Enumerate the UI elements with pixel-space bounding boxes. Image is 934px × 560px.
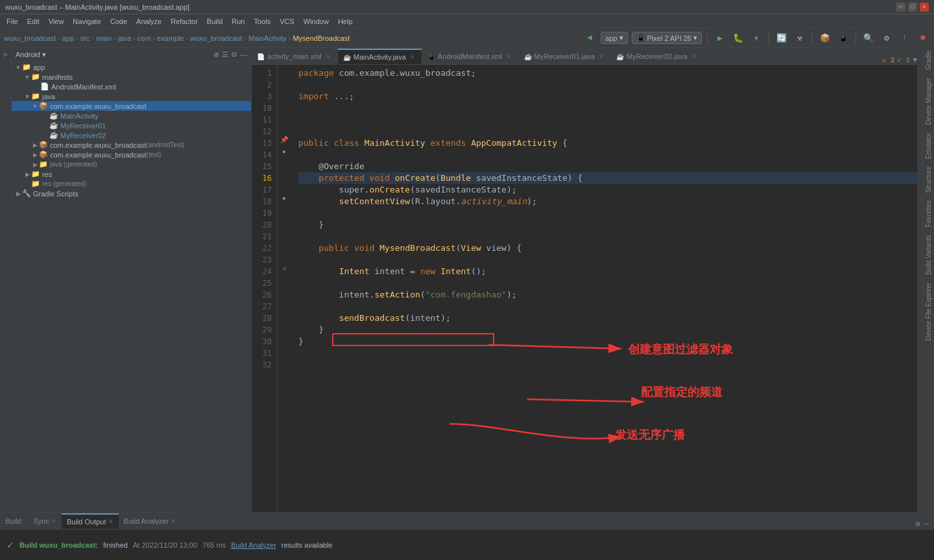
build-analyzer-link[interactable]: Build Analyzer	[231, 541, 276, 549]
close-tab-mainactivity[interactable]: ✕	[410, 54, 415, 60]
tree-test-package[interactable]: ▶ 📦 com.example.wuxu_broadcast (test)	[12, 150, 251, 159]
tab-myreceiver01-java[interactable]: ☕ MyReceiver01.java ✕	[519, 49, 612, 64]
tree-androidmanifest[interactable]: 📄 AndroidManifest.xml	[12, 82, 251, 91]
breadcrumb-part-10[interactable]: MysendBroadcast	[293, 34, 350, 42]
stop-button[interactable]: ■	[916, 31, 930, 45]
tree-res-generated[interactable]: 📁 res (generated)	[12, 179, 251, 189]
bottom-tab-build-output[interactable]: Build Output ✕	[62, 513, 119, 529]
bottom-tab-sync[interactable]: Sync ✕	[29, 513, 62, 529]
close-tab-activity-main[interactable]: ✕	[326, 53, 331, 60]
close-tab-androidmanifest[interactable]: ✕	[507, 53, 512, 60]
right-panel-build-variants[interactable]: Build Variants	[925, 235, 932, 275]
code-content[interactable]: package com.example.wuxu_broadcast; impo…	[291, 65, 917, 512]
sync-button[interactable]: 🔄	[774, 31, 789, 45]
project-header-settings-icon[interactable]: ⚙	[231, 51, 237, 59]
breadcrumb-part-8[interactable]: wuxu_broadcast	[190, 34, 242, 42]
maximize-button[interactable]: □	[908, 3, 917, 12]
sdk-manager-button[interactable]: 📦	[818, 31, 832, 45]
run-button[interactable]: ▶	[713, 31, 727, 45]
close-build-analyzer-tab[interactable]: ✕	[171, 518, 176, 524]
window-title: wuxu_broadcast – MainActivity.java [wuxu…	[5, 3, 189, 11]
close-sync-tab[interactable]: ✕	[51, 518, 56, 524]
close-button[interactable]: ✕	[920, 3, 929, 12]
close-build-output-tab[interactable]: ✕	[108, 519, 114, 525]
menu-run[interactable]: Run	[228, 16, 248, 27]
settings-button[interactable]: ⚙	[880, 31, 894, 45]
breadcrumb-part-4[interactable]: main	[96, 34, 112, 42]
bottom-tab-build-analyzer[interactable]: Build Analyzer ✕	[119, 513, 182, 529]
project-header-add-icon[interactable]: ⊕	[213, 51, 219, 59]
project-icon[interactable]: P	[1, 51, 11, 61]
device-selector[interactable]: 📱 Pixel 2 API 26 ▾	[632, 32, 702, 44]
close-tab-myreceiver01[interactable]: ✕	[599, 53, 604, 60]
toolbar-sep-2	[769, 32, 769, 44]
bottom-tab-build-label[interactable]: Build:	[0, 513, 29, 529]
breadcrumb-part-2[interactable]: app	[62, 34, 74, 42]
tab-androidmanifest-xml[interactable]: 📱 AndroidManifest.xml ✕	[422, 49, 519, 64]
menu-file[interactable]: File	[3, 16, 22, 27]
breadcrumb-part-7[interactable]: example	[157, 34, 184, 42]
editor-tab-bar: 📄 activity_main.xml ✕ ☕ MainActivity.jav…	[252, 48, 922, 65]
debug-button[interactable]: 🐛	[731, 31, 745, 45]
editor-scrollbar[interactable]	[917, 65, 922, 512]
back-button[interactable]: ◄	[582, 31, 597, 45]
menu-navigate[interactable]: Navigate	[69, 16, 104, 27]
menu-build[interactable]: Build	[203, 16, 226, 27]
tree-res[interactable]: ▶ 📁 res	[12, 169, 251, 179]
tree-java-generated[interactable]: ▶ 📁 java (generated)	[12, 159, 251, 169]
breadcrumb-part-3[interactable]: src	[80, 34, 90, 42]
tree-java-folder[interactable]: ▼ 📁 java	[12, 91, 251, 101]
project-header-list-icon[interactable]: ☰	[222, 51, 228, 59]
run-config-selector[interactable]: app ▾	[601, 32, 627, 44]
avd-manager-button[interactable]: 📱	[836, 31, 850, 45]
menu-help[interactable]: Help	[334, 16, 357, 27]
bottom-panel-minimize-icon[interactable]: —	[924, 520, 929, 529]
right-panel-device-file-explorer[interactable]: Device File Explorer	[925, 283, 932, 340]
menu-window[interactable]: Window	[300, 16, 333, 27]
breadcrumb-part-9[interactable]: MainActivity	[248, 34, 287, 42]
breadcrumb-part-5[interactable]: java	[118, 34, 131, 42]
tree-myreceiver02[interactable]: ☕ MyReceiver02	[12, 130, 251, 140]
breadcrumb-part-6[interactable]: com	[138, 34, 151, 42]
update-button[interactable]: ↑	[898, 31, 912, 45]
tree-gradle-scripts[interactable]: ▶ 🔧 Gradle Scripts	[12, 189, 251, 198]
search-button[interactable]: 🔍	[861, 31, 876, 45]
toolbar-sep-3	[812, 32, 813, 44]
right-panel-gradle[interactable]: Gradle	[925, 51, 932, 70]
tab-activity-main-xml[interactable]: 📄 activity_main.xml ✕	[252, 49, 338, 64]
android-dropdown[interactable]: Android ▾	[16, 51, 46, 59]
breadcrumb-part-1[interactable]: wuxu_broadcast	[4, 34, 56, 42]
menu-vcs[interactable]: VCS	[276, 16, 298, 27]
tab-mainactivity-java[interactable]: ☕ MainActivity.java ✕	[338, 49, 422, 64]
menu-tools[interactable]: Tools	[250, 16, 274, 27]
close-tab-myreceiver02[interactable]: ✕	[691, 53, 697, 60]
build-button[interactable]: ⚒	[793, 31, 807, 45]
tree-androidtest-package[interactable]: ▶ 📦 com.example.wuxu_broadcast (androidT…	[12, 140, 251, 150]
code-line-17: super.onCreate(savedInstanceState);	[298, 184, 917, 196]
run-config-label: app	[605, 34, 617, 42]
tree-mainactivity[interactable]: ☕ MainActivity	[12, 111, 251, 121]
right-panel-structure[interactable]: Structure	[925, 167, 932, 193]
right-panel-device-manager[interactable]: Device Manager	[925, 78, 932, 125]
profile-button[interactable]: ⚡	[749, 31, 763, 45]
code-line-22: public void MysendBroadcast(View view) {	[298, 242, 917, 254]
toolbar: wuxu_broadcast › app › src › main › java…	[0, 29, 934, 48]
menu-view[interactable]: View	[45, 16, 68, 27]
tree-manifests[interactable]: ▼ 📁 manifests	[12, 72, 251, 82]
menu-edit[interactable]: Edit	[23, 16, 43, 27]
code-editor[interactable]: 1 2 3 10 11 12 13 14 15 16 17 18 19 20 2…	[252, 65, 922, 512]
right-panel-emulator[interactable]: Emulator	[925, 133, 932, 159]
right-panel-favorites[interactable]: Favorites	[925, 200, 932, 227]
tree-myreceiver01[interactable]: ☕ MyReceiver01	[12, 121, 251, 130]
menu-code[interactable]: Code	[106, 16, 131, 27]
menu-analyze[interactable]: Analyze	[132, 16, 165, 27]
menu-refactor[interactable]: Refactor	[167, 16, 202, 27]
project-header-collapse-icon[interactable]: —	[240, 51, 247, 59]
toolbar-sep-1	[707, 32, 708, 44]
tree-app[interactable]: ▼ 📁 app	[12, 62, 251, 72]
minimize-button[interactable]: ─	[896, 3, 905, 12]
gutter: 📌 ● ● ◁	[278, 65, 291, 512]
bottom-panel-settings-icon[interactable]: ⚙	[916, 519, 920, 529]
tab-myreceiver02-java[interactable]: ☕ MyReceiver02.java ✕	[611, 49, 704, 64]
tree-main-package[interactable]: ▼ 📦 com.example.wuxu_broadcast	[12, 101, 251, 111]
